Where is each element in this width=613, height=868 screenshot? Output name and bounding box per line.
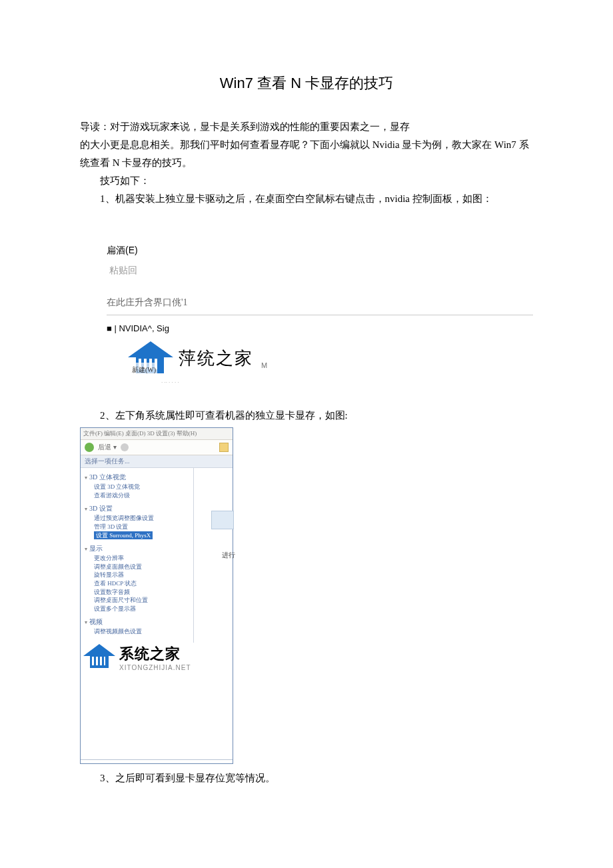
right-label: 进行 <box>222 551 235 560</box>
watermark-sub: M <box>261 357 267 377</box>
tree-item-selected[interactable]: 设置 Surround, PhysX <box>94 531 153 540</box>
blank-area <box>81 673 233 759</box>
step-2: 2、左下角系统属性即可查看机器的独立显卡显存，如图: <box>80 407 533 425</box>
menu-divider <box>107 315 533 315</box>
step-1: 1、机器安装上独立显卡驱动之后，在桌面空白空鼠标右键点击，nvidia 控制面板… <box>80 190 533 208</box>
tips-heading: 技巧如下： <box>80 172 533 190</box>
watermark-text: 萍统之家 <box>179 339 253 377</box>
tree-item[interactable]: 调整视频颜色设置 <box>85 627 191 636</box>
tree-group-3dsettings[interactable]: 3D 设置 <box>85 503 191 514</box>
menu-item-paste[interactable]: 粘贴回 <box>107 260 533 281</box>
watermark-text-2: 系统之家 <box>119 644 197 664</box>
watermark-sub-2: XITONGZHIJIA.NET <box>119 664 197 671</box>
house-logo-icon <box>83 644 115 671</box>
page-title: Win7 查看 N 卡显存的技巧 <box>80 73 533 93</box>
tree-group-display[interactable]: 显示 <box>85 543 191 554</box>
tree-item[interactable]: 设置多个显示器 <box>85 605 191 613</box>
nvidia-panel-screenshot: 文件(F) 编辑(E) 桌面(D) 3D 设置(3) 帮助(H) 后退 ▾ 选择… <box>80 427 233 764</box>
tree-item[interactable]: 设置 3D 立体视觉 <box>85 483 191 491</box>
context-menu-screenshot: 扁酒(E) 粘贴回 在此庄升含界口佻'1 ■ | NVIDIA^, Sig 新建… <box>107 240 533 387</box>
menu-item-refresh[interactable]: 扁酒(E) <box>107 240 533 261</box>
house-logo-icon: 新建(W) <box>127 341 175 376</box>
tree-item[interactable]: 查看 HDCP 状态 <box>85 579 191 588</box>
tree-group-3dstereo[interactable]: 3D 立体视觉 <box>85 472 191 483</box>
menu-item-nvidia[interactable]: ■ | NVIDIA^, Sig <box>107 319 533 339</box>
menu-item-garbled[interactable]: 在此庄升含界口佻'1 <box>107 293 533 313</box>
tree-group-video[interactable]: 视频 <box>85 617 191 627</box>
tree-item[interactable]: 更改分辨率 <box>85 554 191 563</box>
tree-pane: 3D 立体视觉 设置 3D 立体视觉 查看游戏分级 3D 设置 通过预览调整图像… <box>81 468 194 643</box>
lead-line-1: 导读：对于游戏玩家来说，显卡是关系到游戏的性能的重要因素之一，显存 <box>80 119 533 136</box>
bottom-border <box>81 759 233 763</box>
tree-item[interactable]: 调整桌面颜色设置 <box>85 563 191 571</box>
home-icon[interactable] <box>219 443 229 452</box>
task-crumb: 选择一项任务... <box>81 455 233 468</box>
panel-toolbar: 后退 ▾ <box>81 440 233 455</box>
tree-item[interactable]: 查看游戏分级 <box>85 491 191 500</box>
tree-item[interactable]: 管理 3D 设置 <box>85 523 191 531</box>
menu-item-new[interactable]: 新建(W) <box>131 363 157 377</box>
forward-icon[interactable] <box>121 443 129 451</box>
tree-item[interactable]: 调整桌面尺寸和位置 <box>85 596 191 605</box>
tree-item[interactable]: 通过预览调整图像设置 <box>85 514 191 523</box>
watermark-row-2: 系统之家 XITONGZHIJIA.NET <box>81 643 233 673</box>
watermark-row: 新建(W) 萍统之家 M <box>127 339 533 377</box>
tree-item[interactable]: 旋转显示器 <box>85 571 191 579</box>
lead-line-2: 的大小更是息息相关。那我们平时如何查看显存呢？下面小编就以 Nvidia 显卡为… <box>80 136 533 172</box>
panel-menubar[interactable]: 文件(F) 编辑(E) 桌面(D) 3D 设置(3) 帮助(H) <box>81 428 233 440</box>
back-label[interactable]: 后退 ▾ <box>98 443 117 452</box>
back-icon[interactable] <box>85 443 94 452</box>
tree-item[interactable]: 设置数字音频 <box>85 588 191 597</box>
step-3: 3、之后即可看到显卡显存位宽等情况。 <box>80 769 533 787</box>
preview-thumb <box>211 511 234 529</box>
